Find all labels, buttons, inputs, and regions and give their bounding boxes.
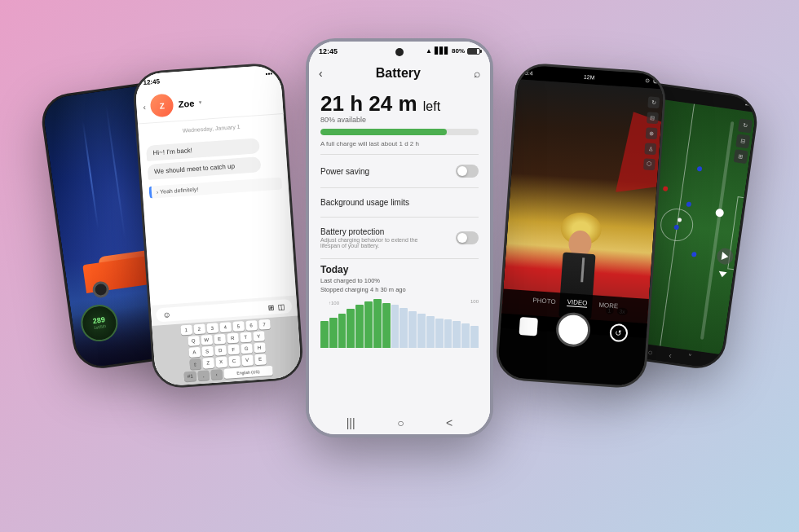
- key-a[interactable]: A: [188, 346, 201, 357]
- key-comma[interactable]: ,: [197, 370, 210, 380]
- key-shift[interactable]: ⇧: [189, 358, 201, 369]
- flip-icon: ↺: [615, 328, 622, 338]
- camera-ratio: 3:4: [525, 69, 533, 76]
- key-back[interactable]: ‹: [210, 369, 223, 380]
- chart-bar-2: [329, 318, 338, 348]
- phone-camera: 3:4 12M ⊙ ⧉ ↻: [495, 62, 668, 389]
- back-icon[interactable]: ‹: [319, 67, 323, 80]
- gallery-thumbnail[interactable]: [519, 317, 538, 336]
- key-special[interactable]: #1: [184, 371, 196, 381]
- key-x[interactable]: X: [215, 356, 227, 367]
- soccer-side-btn-3[interactable]: ⊞: [734, 149, 748, 164]
- key-z[interactable]: Z: [202, 357, 214, 368]
- divider-1: [320, 154, 479, 155]
- chart-bar-13: [426, 316, 435, 348]
- chart-bar-10: [400, 308, 408, 348]
- battery-protection-toggle[interactable]: [456, 231, 479, 244]
- chart-label-100: ↑100: [329, 301, 339, 306]
- soccer-side-btn-1[interactable]: ↻: [738, 118, 753, 133]
- key-s[interactable]: S: [201, 345, 214, 356]
- key-v[interactable]: V: [241, 354, 254, 366]
- key-e[interactable]: E: [214, 333, 226, 344]
- chat-screen: 12:45 ▪▪▪ ‹ Z Zoe ▾ Wednesday, January 1…: [135, 64, 302, 387]
- bg-usage-row[interactable]: Background usage limits: [320, 191, 479, 213]
- bg-usage-label: Background usage limits: [320, 198, 409, 207]
- key-y[interactable]: Y: [253, 331, 265, 341]
- chart-bar-6: [364, 301, 373, 348]
- key-7[interactable]: 7: [258, 319, 271, 329]
- flip-camera-button[interactable]: ↺: [609, 323, 628, 342]
- nav-menu-btn[interactable]: |||: [347, 416, 355, 429]
- key-r[interactable]: R: [227, 332, 239, 343]
- chart-right-label: 100: [470, 299, 479, 304]
- battery-bar-fill: [320, 129, 447, 135]
- soccer-play-button[interactable]: [716, 247, 735, 266]
- camera-side-btn-4[interactable]: ♙: [644, 143, 656, 155]
- gif-icon[interactable]: ◫: [278, 301, 286, 310]
- key-f[interactable]: F: [227, 344, 240, 354]
- key-6[interactable]: 6: [245, 319, 258, 330]
- nav-back-btn[interactable]: <: [446, 416, 452, 429]
- nav-home-btn[interactable]: ○: [397, 416, 404, 429]
- key-5[interactable]: 5: [232, 321, 245, 332]
- toggle-knob: [457, 166, 467, 176]
- battery-protection-row[interactable]: Battery protection Adjust charging behav…: [320, 221, 479, 255]
- chat-back-icon[interactable]: ‹: [143, 102, 146, 111]
- camera-mode-video[interactable]: VIDEO: [567, 298, 588, 308]
- chart-bar-3: [338, 314, 347, 348]
- key-q[interactable]: Q: [188, 335, 200, 345]
- soccer-down-button[interactable]: [715, 266, 730, 281]
- key-t[interactable]: T: [240, 332, 252, 342]
- key-d[interactable]: D: [214, 345, 227, 355]
- key-h[interactable]: H: [254, 342, 266, 353]
- phones-container: 289 1st/5th 12:45 ▪▪▪ ‹ Z Zoe ▾ Wednesda…: [33, 22, 766, 511]
- key-1[interactable]: 1: [180, 324, 192, 335]
- key-c[interactable]: C: [228, 355, 241, 367]
- camera-side-btn-5[interactable]: ⬡: [643, 158, 656, 170]
- key-4[interactable]: 4: [219, 322, 232, 332]
- camera-mp: 12M: [584, 73, 595, 80]
- battery-percent: 80%: [452, 47, 465, 55]
- chart-bar-5: [355, 305, 364, 348]
- chat-reply-text: Yeah definitely!: [160, 186, 199, 194]
- soccer-nav-home[interactable]: ○: [647, 347, 654, 357]
- attachment-icon[interactable]: ⊞: [268, 302, 276, 311]
- power-saving-row[interactable]: Power saving: [320, 158, 479, 184]
- player-red-2: [663, 186, 669, 191]
- speed-unit: 1st/5th: [94, 323, 107, 330]
- camera-mode-more[interactable]: MORE: [598, 301, 619, 310]
- phone-chat: 12:45 ▪▪▪ ‹ Z Zoe ▾ Wednesday, January 1…: [132, 62, 305, 389]
- chart-bar-18: [470, 326, 479, 348]
- emoji-icon[interactable]: ☺: [162, 310, 171, 319]
- key-e2[interactable]: E: [254, 354, 267, 365]
- key-g[interactable]: G: [241, 343, 253, 354]
- soccer-nav-down[interactable]: ˅: [687, 353, 692, 363]
- battery-screen: 12:45 ▲ ▋▋▋ 80% ‹ Battery ⌕ 21 h: [309, 42, 490, 434]
- key-3[interactable]: 3: [206, 323, 219, 333]
- key-2[interactable]: 2: [193, 323, 205, 334]
- chart-bar-11: [408, 311, 417, 348]
- phone-battery: 12:45 ▲ ▋▋▋ 80% ‹ Battery ⌕ 21 h: [306, 38, 493, 437]
- key-space[interactable]: English (US): [223, 365, 273, 378]
- divider-3: [320, 217, 479, 218]
- search-icon[interactable]: ⌕: [474, 67, 480, 80]
- camera-layers-icon: ⧉: [653, 77, 658, 84]
- power-saving-toggle[interactable]: [456, 165, 479, 178]
- key-w[interactable]: W: [201, 334, 213, 345]
- chat-chevron-icon: ▾: [199, 99, 203, 105]
- toggle-knob-2: [457, 233, 467, 243]
- chart-bar-7: [373, 299, 382, 348]
- chat-contact-name: Zoe: [178, 98, 194, 108]
- chat-time: 12:45: [143, 77, 160, 86]
- camera-record-icon: ⊙: [645, 77, 651, 84]
- camera-side-btn-3[interactable]: ⊕: [646, 127, 658, 139]
- battery-page-title: Battery: [376, 66, 421, 81]
- chat-input-field[interactable]: [174, 307, 266, 314]
- camera-side-btn-2[interactable]: ⊟: [647, 112, 659, 124]
- shutter-button[interactable]: [558, 314, 589, 345]
- camera-side-btn-1[interactable]: ↻: [647, 96, 660, 108]
- soccer-side-btn-2[interactable]: ⊟: [735, 134, 750, 148]
- soccer-nav-back[interactable]: ‹: [669, 350, 673, 358]
- singer-image: ↻ ⊟ ⊕ ♙ ⬡ 1: [501, 79, 664, 323]
- camera-mode-photo[interactable]: PHOTO: [532, 297, 556, 306]
